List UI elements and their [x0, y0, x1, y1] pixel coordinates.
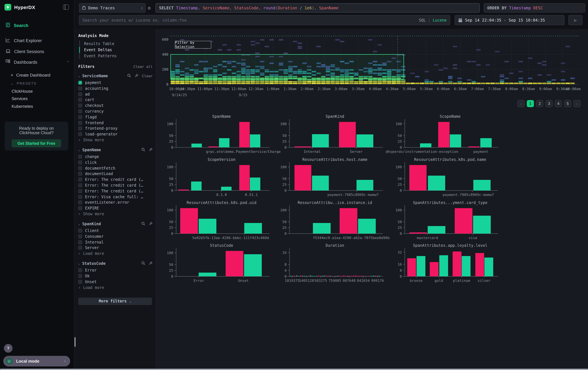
- bar-green[interactable]: [312, 134, 329, 147]
- bar-red[interactable]: [409, 232, 427, 234]
- bar-red[interactable]: [455, 208, 472, 234]
- checkbox[interactable]: [78, 92, 82, 96]
- sidebar-item-kubernetes[interactable]: Kubernetes: [0, 103, 74, 110]
- page-button-5[interactable]: 5: [564, 100, 571, 107]
- bar-green[interactable]: [439, 255, 448, 276]
- filter-section-header-servicename[interactable]: ⌄ServiceNameClear: [78, 72, 154, 80]
- filter-option-row[interactable]: Error: The credit card (…: [78, 188, 154, 194]
- mini-chart-resourceattribu-ice-instance-id[interactable]: ResourceAttribu..ice.instance.id02550100…: [269, 200, 382, 242]
- filter-option-row[interactable]: frontend-proxy: [78, 126, 154, 131]
- sidebar-collapse-icon[interactable]: [63, 4, 69, 10]
- bar-red[interactable]: [226, 251, 243, 276]
- bar-red[interactable]: [239, 122, 250, 147]
- bar-red[interactable]: [180, 208, 198, 234]
- analysis-mode-event-patterns[interactable]: Event Patterns: [80, 53, 154, 59]
- bar-red[interactable]: [409, 165, 427, 190]
- analysis-mode-results-table[interactable]: Results Table: [80, 40, 154, 47]
- get-started-button[interactable]: Get Started for Free: [11, 139, 61, 147]
- sidebar-item-services[interactable]: Services: [0, 95, 74, 102]
- mini-chart-statuscode[interactable]: StatusCode02550100ErrorUnset: [155, 242, 269, 285]
- mini-chart-resourceattributes-k8s-pod-uid[interactable]: ResourceAttributes.k8s.pod.uid025501005e…: [155, 200, 269, 242]
- pin-icon[interactable]: [149, 221, 153, 226]
- load-more-link[interactable]: ›Load more: [78, 285, 154, 290]
- pin-icon[interactable]: [149, 148, 153, 152]
- horizontal-scrollbar[interactable]: [0, 369, 588, 370]
- filter-option-row[interactable]: cart: [78, 97, 154, 103]
- filter-section-header-statuscode[interactable]: ⌄StatusCode: [78, 260, 154, 268]
- search-icon[interactable]: [141, 148, 145, 152]
- checkbox[interactable]: [78, 166, 82, 170]
- sidebar-item-client-sessions[interactable]: Client Sessions: [0, 47, 74, 56]
- more-filters-button[interactable]: More filters ⌄: [78, 298, 152, 305]
- filter-option-row[interactable]: Ok: [78, 273, 154, 279]
- bar-green[interactable]: [357, 134, 373, 147]
- checkbox[interactable]: [78, 104, 82, 108]
- bar-green[interactable]: [450, 134, 461, 147]
- checkbox[interactable]: [78, 189, 82, 193]
- bar-green[interactable]: [244, 223, 262, 234]
- bar-green[interactable]: [199, 219, 216, 234]
- clear-filter-button[interactable]: Clear: [142, 74, 153, 78]
- sidebar-item-search[interactable]: Search: [0, 21, 74, 30]
- query-language-toggle[interactable]: SQL | Lucene: [419, 18, 447, 22]
- help-button[interactable]: ?: [4, 344, 12, 353]
- checkbox[interactable]: [78, 183, 82, 187]
- filter-section-header-spankind[interactable]: ⌄SpanKind: [78, 220, 154, 228]
- filter-option-row[interactable]: flagd: [78, 114, 154, 120]
- checkbox[interactable]: [78, 110, 82, 113]
- bar-red[interactable]: [475, 253, 484, 276]
- filter-option-row[interactable]: change: [78, 154, 154, 160]
- checkbox[interactable]: [78, 172, 82, 176]
- gear-icon[interactable]: ⚙: [148, 5, 151, 11]
- search-icon[interactable]: [141, 221, 145, 226]
- page-button-3[interactable]: 3: [546, 100, 553, 107]
- bar-red[interactable]: [438, 122, 450, 147]
- filters-scrollbar[interactable]: [74, 337, 76, 347]
- show-more-link[interactable]: ›Show more: [78, 137, 154, 143]
- sql-mode-label[interactable]: SQL: [419, 18, 426, 22]
- bar-red[interactable]: [294, 146, 311, 147]
- filter-option-row[interactable]: Unset: [78, 279, 154, 285]
- checkbox[interactable]: [78, 268, 82, 272]
- filter-option-row[interactable]: documentFetch: [78, 165, 154, 171]
- checkbox[interactable]: [78, 274, 82, 278]
- bar-green[interactable]: [250, 178, 260, 190]
- pin-icon[interactable]: [135, 73, 138, 78]
- bar-red[interactable]: [407, 258, 416, 276]
- bar-red[interactable]: [468, 146, 480, 147]
- bar-green[interactable]: [199, 273, 216, 276]
- time-range-picker[interactable]: Sep 14 22:04:35 - Sep 15 10:04:35: [455, 15, 565, 25]
- select-query-input[interactable]: SELECT Timestamp, ServiceName, StatusCod…: [156, 3, 480, 12]
- bar-green[interactable]: [191, 181, 202, 190]
- bar-red[interactable]: [430, 262, 439, 276]
- checkbox[interactable]: [78, 98, 82, 102]
- bar-red[interactable]: [340, 208, 357, 234]
- filter-option-row[interactable]: ad: [78, 91, 154, 97]
- checkbox[interactable]: ✓: [78, 81, 82, 85]
- mini-chart-scopename[interactable]: ScopeName02550100@hyperdx/instrumentatio…: [384, 113, 497, 156]
- mini-chart-resourceattributes-k8s-pod-name[interactable]: ResourceAttributes.k8s.pod.name02550100p…: [384, 156, 497, 199]
- checkbox[interactable]: [78, 121, 82, 125]
- bar-green[interactable]: [219, 138, 230, 147]
- bar-green[interactable]: [221, 187, 231, 190]
- bar-red[interactable]: [294, 165, 311, 190]
- bar-green[interactable]: [473, 216, 491, 234]
- pin-icon[interactable]: [149, 261, 153, 266]
- filter-option-row[interactable]: documentLoad: [78, 171, 154, 177]
- bar-green[interactable]: [484, 258, 493, 276]
- local-mode-pill[interactable]: U Local mode ›: [3, 356, 70, 366]
- checkbox[interactable]: [78, 115, 82, 119]
- checkbox[interactable]: [78, 87, 82, 90]
- bar-red[interactable]: [339, 122, 356, 147]
- page-button-2[interactable]: 2: [536, 100, 543, 107]
- mini-chart-spanattributes-yment-card-type[interactable]: SpanAttributes...yment.card_type02550100…: [384, 200, 497, 242]
- search-icon[interactable]: [127, 73, 131, 78]
- filter-option-row[interactable]: accounting: [78, 86, 154, 91]
- checkbox[interactable]: [78, 200, 82, 204]
- show-more-link[interactable]: ›Show more: [78, 211, 154, 217]
- filter-option-row[interactable]: Client: [78, 228, 154, 234]
- filter-option-row[interactable]: frontend: [78, 120, 154, 126]
- bar-green[interactable]: [312, 176, 329, 190]
- sidebar-item-create-dashboard[interactable]: + Create Dashboard: [0, 71, 74, 79]
- filter-by-selection-button[interactable]: Filter by Selection: [175, 41, 211, 49]
